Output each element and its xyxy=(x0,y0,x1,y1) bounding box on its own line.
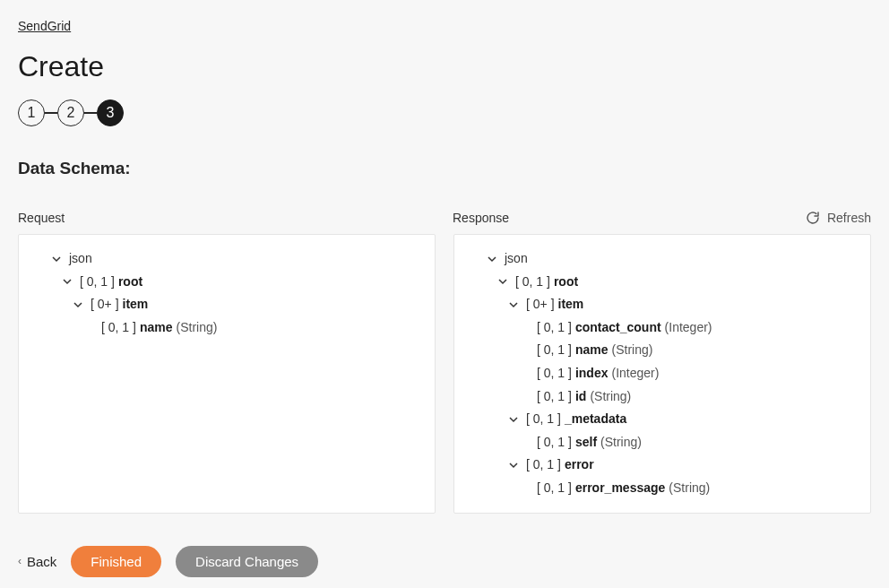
breadcrumb-sendgrid[interactable]: SendGrid xyxy=(18,19,71,33)
field-type: (Integer) xyxy=(612,365,660,383)
step-1[interactable]: 1 xyxy=(18,99,45,126)
tree-row: [ 0, 1 ] name(String) xyxy=(463,339,861,362)
field-cardinality: [ 0+ ] xyxy=(526,296,555,314)
field-cardinality: [ 0, 1 ] xyxy=(526,456,561,474)
tree-row: [ 0, 1 ] id(String) xyxy=(463,385,861,409)
field-name: item xyxy=(123,296,149,314)
step-connector xyxy=(45,112,57,114)
refresh-icon xyxy=(806,211,820,225)
tree-row: json xyxy=(463,247,861,271)
field-cardinality: [ 0, 1 ] xyxy=(537,342,572,359)
response-panel: json [ 0, 1 ] root[ 0+ ] item[ 0, 1 ] co… xyxy=(453,234,871,514)
chevron-down-icon[interactable] xyxy=(71,298,85,312)
tree-row: [ 0, 1 ] root xyxy=(28,271,426,294)
field-cardinality: [ 0, 1 ] xyxy=(537,388,572,406)
tree-root-label: json xyxy=(69,250,92,268)
field-cardinality: [ 0, 1 ] xyxy=(80,273,115,291)
field-name: error xyxy=(565,456,594,474)
field-name: _metadata xyxy=(565,411,626,428)
field-name: root xyxy=(118,273,142,291)
field-name: id xyxy=(575,388,586,406)
field-cardinality: [ 0, 1 ] xyxy=(537,319,572,337)
field-cardinality: [ 0, 1 ] xyxy=(537,365,572,383)
chevron-down-icon[interactable] xyxy=(485,252,499,266)
field-name: index xyxy=(575,365,608,383)
chevron-down-icon[interactable] xyxy=(506,458,521,472)
refresh-label: Refresh xyxy=(827,211,871,225)
tree-row: [ 0+ ] item xyxy=(463,293,861,316)
tree-row: [ 0, 1 ] self(String) xyxy=(463,431,861,454)
field-name: self xyxy=(575,434,597,452)
field-type: (String) xyxy=(177,319,218,337)
field-type: (String) xyxy=(669,480,710,497)
field-name: name xyxy=(140,319,173,337)
tree-row: [ 0, 1 ] error xyxy=(463,454,861,477)
field-cardinality: [ 0, 1 ] xyxy=(537,480,572,497)
field-type: (String) xyxy=(612,342,653,359)
finished-button[interactable]: Finished xyxy=(71,546,161,577)
field-type: (Integer) xyxy=(665,319,712,337)
field-cardinality: [ 0+ ] xyxy=(91,296,119,314)
back-label: Back xyxy=(27,554,56,569)
response-label: Response xyxy=(453,211,806,225)
tree-row: [ 0, 1 ] _metadata xyxy=(463,408,861,431)
tree-row: [ 0, 1 ] name(String) xyxy=(28,316,426,340)
step-connector xyxy=(84,112,97,114)
step-3[interactable]: 3 xyxy=(97,99,124,126)
tree-row: [ 0, 1 ] error_message(String) xyxy=(463,477,861,500)
field-cardinality: [ 0, 1 ] xyxy=(101,319,136,337)
stepper: 1 2 3 xyxy=(18,99,871,126)
field-cardinality: [ 0, 1 ] xyxy=(515,273,550,291)
chevron-down-icon[interactable] xyxy=(49,252,64,266)
chevron-left-icon: ‹ xyxy=(18,555,22,567)
chevron-down-icon[interactable] xyxy=(506,412,521,427)
tree-row: json xyxy=(28,247,426,271)
field-cardinality: [ 0, 1 ] xyxy=(526,411,561,428)
request-panel: json [ 0, 1 ] root[ 0+ ] item[ 0, 1 ] na… xyxy=(18,234,436,514)
refresh-button[interactable]: Refresh xyxy=(806,211,871,225)
chevron-down-icon[interactable] xyxy=(496,274,510,289)
field-name: error_message xyxy=(575,480,665,497)
field-type: (String) xyxy=(600,434,642,452)
field-name: item xyxy=(558,296,584,314)
field-cardinality: [ 0, 1 ] xyxy=(537,434,572,452)
step-2[interactable]: 2 xyxy=(57,99,84,126)
back-button[interactable]: ‹ Back xyxy=(18,554,56,569)
chevron-down-icon[interactable] xyxy=(506,298,521,312)
page-title: Create xyxy=(18,50,871,83)
tree-row: [ 0+ ] item xyxy=(28,293,426,316)
chevron-down-icon[interactable] xyxy=(60,274,74,289)
tree-row: [ 0, 1 ] index(Integer) xyxy=(463,362,861,385)
field-name: root xyxy=(554,273,578,291)
field-name: name xyxy=(575,342,608,359)
field-name: contact_count xyxy=(575,319,661,337)
field-type: (String) xyxy=(590,388,631,406)
tree-row: [ 0, 1 ] root xyxy=(463,271,861,294)
section-title: Data Schema: xyxy=(18,159,871,178)
discard-button[interactable]: Discard Changes xyxy=(176,546,318,577)
tree-root-label: json xyxy=(505,250,528,268)
request-label: Request xyxy=(18,211,453,225)
tree-row: [ 0, 1 ] contact_count(Integer) xyxy=(463,316,861,340)
